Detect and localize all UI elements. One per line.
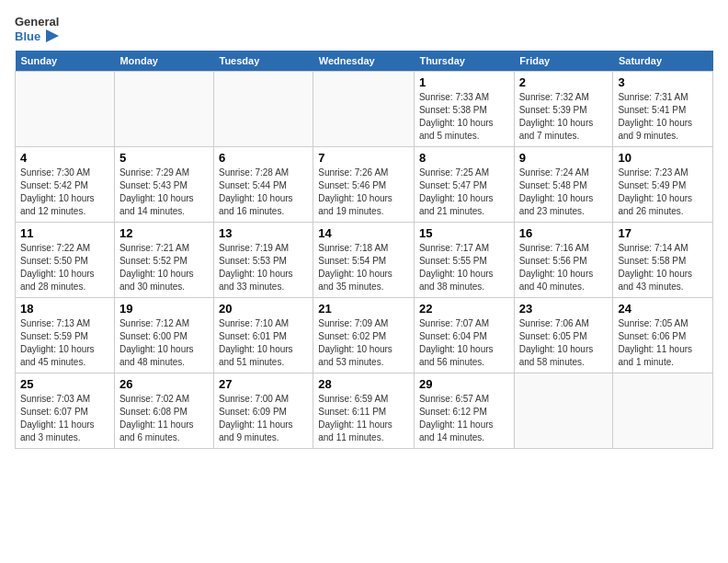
day-number: 8 [419,151,509,165]
week-row-4: 18Sunrise: 7:13 AM Sunset: 5:59 PM Dayli… [16,298,713,373]
cell-content: Sunrise: 7:07 AM Sunset: 6:04 PM Dayligh… [419,317,509,369]
day-number: 18 [20,302,109,316]
cell-content: Sunrise: 7:28 AM Sunset: 5:44 PM Dayligh… [219,167,308,218]
calendar-cell: 18Sunrise: 7:13 AM Sunset: 5:59 PM Dayli… [16,298,115,373]
cell-content: Sunrise: 7:26 AM Sunset: 5:46 PM Dayligh… [318,167,409,218]
day-number: 5 [119,151,209,165]
calendar-cell [214,72,313,147]
calendar-cell: 8Sunrise: 7:25 AM Sunset: 5:47 PM Daylig… [414,147,514,223]
calendar-cell [16,72,115,147]
day-header-tuesday: Tuesday [214,51,313,72]
cell-content: Sunrise: 7:02 AM Sunset: 6:08 PM Dayligh… [119,393,209,444]
cell-content: Sunrise: 6:59 AM Sunset: 6:11 PM Dayligh… [318,393,409,444]
calendar-cell: 23Sunrise: 7:06 AM Sunset: 6:05 PM Dayli… [514,298,613,373]
calendar-cell: 29Sunrise: 6:57 AM Sunset: 6:12 PM Dayli… [414,373,514,449]
cell-content: Sunrise: 7:30 AM Sunset: 5:42 PM Dayligh… [20,167,109,218]
day-header-sunday: Sunday [16,51,115,72]
calendar-cell: 3Sunrise: 7:31 AM Sunset: 5:41 PM Daylig… [613,72,713,147]
day-number: 29 [419,377,509,391]
cell-content: Sunrise: 7:03 AM Sunset: 6:07 PM Dayligh… [20,393,109,444]
cell-content: Sunrise: 7:13 AM Sunset: 5:59 PM Dayligh… [20,317,109,369]
cell-content: Sunrise: 7:19 AM Sunset: 5:53 PM Dayligh… [219,242,308,293]
day-number: 4 [20,151,109,165]
calendar-cell: 16Sunrise: 7:16 AM Sunset: 5:56 PM Dayli… [514,223,613,298]
cell-content: Sunrise: 7:24 AM Sunset: 5:48 PM Dayligh… [519,167,609,218]
day-number: 24 [618,302,708,316]
calendar-cell [114,72,213,147]
cell-content: Sunrise: 7:00 AM Sunset: 6:09 PM Dayligh… [219,393,308,444]
calendar-cell: 10Sunrise: 7:23 AM Sunset: 5:49 PM Dayli… [613,147,713,223]
days-header-row: SundayMondayTuesdayWednesdayThursdayFrid… [16,51,713,72]
page-header: General Blue [15,15,713,43]
day-number: 17 [618,226,708,240]
day-number: 11 [20,226,109,240]
day-number: 27 [219,377,308,391]
day-number: 25 [20,377,109,391]
day-number: 3 [618,75,708,89]
svg-marker-0 [46,29,59,42]
cell-content: Sunrise: 7:09 AM Sunset: 6:02 PM Dayligh… [318,317,409,369]
day-number: 1 [419,75,509,89]
cell-content: Sunrise: 7:10 AM Sunset: 6:01 PM Dayligh… [219,317,308,369]
day-header-saturday: Saturday [613,51,713,72]
cell-content: Sunrise: 7:14 AM Sunset: 5:58 PM Dayligh… [618,242,708,293]
day-header-monday: Monday [114,51,213,72]
calendar-cell: 1Sunrise: 7:33 AM Sunset: 5:38 PM Daylig… [414,72,514,147]
logo-general: General [15,15,59,29]
calendar-cell: 7Sunrise: 7:26 AM Sunset: 5:46 PM Daylig… [313,147,415,223]
logo-arrow-icon [42,29,59,42]
calendar-cell: 28Sunrise: 6:59 AM Sunset: 6:11 PM Dayli… [313,373,415,449]
day-number: 16 [519,226,609,240]
calendar-cell [313,72,415,147]
day-number: 26 [119,377,209,391]
calendar-cell: 22Sunrise: 7:07 AM Sunset: 6:04 PM Dayli… [414,298,514,373]
calendar-cell: 13Sunrise: 7:19 AM Sunset: 5:53 PM Dayli… [214,223,313,298]
day-number: 10 [618,151,708,165]
calendar-cell: 21Sunrise: 7:09 AM Sunset: 6:02 PM Dayli… [313,298,415,373]
calendar-cell: 6Sunrise: 7:28 AM Sunset: 5:44 PM Daylig… [214,147,313,223]
calendar-cell: 15Sunrise: 7:17 AM Sunset: 5:55 PM Dayli… [414,223,514,298]
calendar-cell: 20Sunrise: 7:10 AM Sunset: 6:01 PM Dayli… [214,298,313,373]
calendar-cell: 17Sunrise: 7:14 AM Sunset: 5:58 PM Dayli… [613,223,713,298]
day-header-thursday: Thursday [414,51,514,72]
cell-content: Sunrise: 7:16 AM Sunset: 5:56 PM Dayligh… [519,242,609,293]
day-number: 28 [318,377,409,391]
calendar-cell: 14Sunrise: 7:18 AM Sunset: 5:54 PM Dayli… [313,223,415,298]
day-number: 9 [519,151,609,165]
cell-content: Sunrise: 7:23 AM Sunset: 5:49 PM Dayligh… [618,167,708,218]
day-header-wednesday: Wednesday [313,51,415,72]
logo-blue: Blue [15,29,59,44]
cell-content: Sunrise: 7:17 AM Sunset: 5:55 PM Dayligh… [419,242,509,293]
cell-content: Sunrise: 7:25 AM Sunset: 5:47 PM Dayligh… [419,167,509,218]
day-number: 21 [318,302,409,316]
cell-content: Sunrise: 7:06 AM Sunset: 6:05 PM Dayligh… [519,317,609,369]
week-row-5: 25Sunrise: 7:03 AM Sunset: 6:07 PM Dayli… [16,373,713,449]
cell-content: Sunrise: 7:31 AM Sunset: 5:41 PM Dayligh… [618,91,708,143]
day-number: 15 [419,226,509,240]
cell-content: Sunrise: 7:05 AM Sunset: 6:06 PM Dayligh… [618,317,708,369]
calendar-cell: 26Sunrise: 7:02 AM Sunset: 6:08 PM Dayli… [114,373,213,449]
day-number: 6 [219,151,308,165]
calendar-cell [514,373,613,449]
calendar-cell: 4Sunrise: 7:30 AM Sunset: 5:42 PM Daylig… [16,147,115,223]
calendar-cell: 9Sunrise: 7:24 AM Sunset: 5:48 PM Daylig… [514,147,613,223]
week-row-2: 4Sunrise: 7:30 AM Sunset: 5:42 PM Daylig… [16,147,713,223]
cell-content: Sunrise: 7:18 AM Sunset: 5:54 PM Dayligh… [318,242,409,293]
calendar-cell: 27Sunrise: 7:00 AM Sunset: 6:09 PM Dayli… [214,373,313,449]
day-number: 13 [219,226,308,240]
day-number: 23 [519,302,609,316]
day-number: 2 [519,75,609,89]
week-row-1: 1Sunrise: 7:33 AM Sunset: 5:38 PM Daylig… [16,72,713,147]
day-number: 7 [318,151,409,165]
cell-content: Sunrise: 7:29 AM Sunset: 5:43 PM Dayligh… [119,167,209,218]
cell-content: Sunrise: 7:33 AM Sunset: 5:38 PM Dayligh… [419,91,509,143]
cell-content: Sunrise: 7:12 AM Sunset: 6:00 PM Dayligh… [119,317,209,369]
day-header-friday: Friday [514,51,613,72]
calendar-cell: 24Sunrise: 7:05 AM Sunset: 6:06 PM Dayli… [613,298,713,373]
day-number: 22 [419,302,509,316]
calendar-cell: 19Sunrise: 7:12 AM Sunset: 6:00 PM Dayli… [114,298,213,373]
day-number: 19 [119,302,209,316]
calendar-cell: 2Sunrise: 7:32 AM Sunset: 5:39 PM Daylig… [514,72,613,147]
calendar-cell: 12Sunrise: 7:21 AM Sunset: 5:52 PM Dayli… [114,223,213,298]
day-number: 14 [318,226,409,240]
